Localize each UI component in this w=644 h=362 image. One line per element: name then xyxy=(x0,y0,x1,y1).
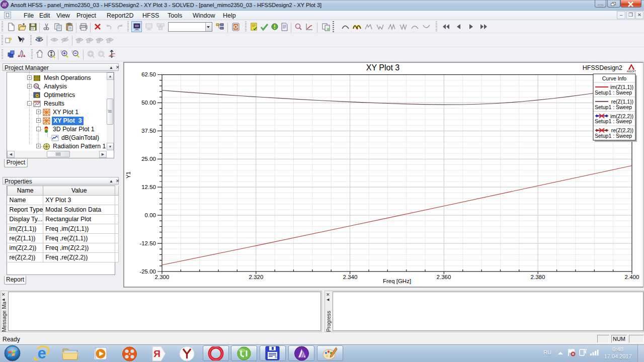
svg-text:-25.00: -25.00 xyxy=(139,268,156,275)
svg-text:-12.50: -12.50 xyxy=(139,240,156,246)
svg-text:Setup1 : Sweep: Setup1 : Sweep xyxy=(595,133,632,139)
svg-text:2.400: 2.400 xyxy=(625,274,639,280)
svg-text:2.360: 2.360 xyxy=(437,274,451,280)
svg-text:50.00: 50.00 xyxy=(141,100,156,106)
svg-text:2.300: 2.300 xyxy=(155,274,170,280)
svg-text:Y1: Y1 xyxy=(125,171,131,178)
svg-text:ANSOFT: ANSOFT xyxy=(627,70,636,73)
svg-text:2.320: 2.320 xyxy=(249,274,264,280)
svg-text:Бы: Бы xyxy=(275,355,279,358)
svg-text:Setup1 : Sweep: Setup1 : Sweep xyxy=(595,118,632,124)
svg-text:Setup1 : Sweep: Setup1 : Sweep xyxy=(595,104,632,110)
svg-text:2.340: 2.340 xyxy=(343,274,358,280)
svg-text:?: ? xyxy=(21,36,25,44)
svg-text:2.380: 2.380 xyxy=(531,274,545,280)
svg-text:0.00: 0.00 xyxy=(145,212,156,218)
svg-text:25.00: 25.00 xyxy=(141,156,156,162)
svg-text:Curve Info: Curve Info xyxy=(602,75,627,81)
svg-text:Setup1 : Sweep: Setup1 : Sweep xyxy=(595,89,632,96)
svg-text:62.50: 62.50 xyxy=(141,71,156,77)
svg-text:XY Plot 3: XY Plot 3 xyxy=(366,63,400,72)
svg-text:HFSSDesign2: HFSSDesign2 xyxy=(583,64,622,71)
svg-text:12.50: 12.50 xyxy=(141,184,156,190)
svg-text:Freq [GHz]: Freq [GHz] xyxy=(383,278,411,284)
svg-text:?: ? xyxy=(8,36,12,44)
svg-text:37.50: 37.50 xyxy=(141,128,156,134)
svg-text:e: e xyxy=(37,344,46,361)
svg-text:Я: Я xyxy=(153,348,160,359)
